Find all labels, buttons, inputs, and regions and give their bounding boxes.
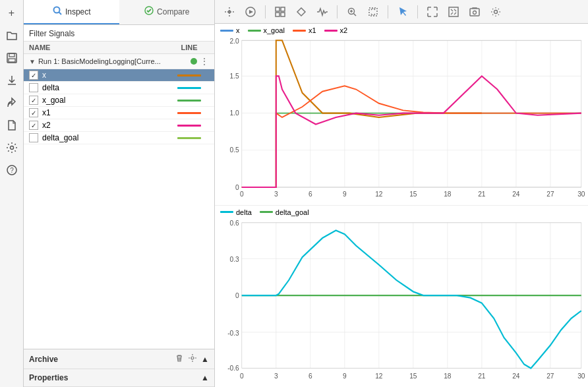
run-menu-icon[interactable]: ⋮ [200,56,209,67]
signal-row-x1[interactable]: x1 [24,107,214,119]
svg-rect-21 [449,7,458,16]
charts-area: x x_goal x1 x2 [215,24,588,387]
panel-tabs: Inspect Compare [24,0,214,25]
svg-text:9: 9 [343,191,347,198]
bottom-chart-svg[interactable]: 0.6 0.3 0 -0.3 -0.6 0 3 6 9 12 15 18 21 … [215,219,588,388]
archive-expand-icon[interactable]: ▲ [201,355,209,364]
legend-x: x [220,26,240,34]
properties-section[interactable]: Properties ▲ [24,369,214,387]
svg-text:0: 0 [235,184,239,191]
help-button[interactable]: ? [1,160,22,181]
svg-text:0: 0 [240,371,244,379]
svg-point-3 [10,146,13,150]
svg-rect-2 [9,59,15,62]
svg-text:-0.6: -0.6 [227,363,239,372]
download-button[interactable] [1,70,22,91]
top-chart-svg[interactable]: 0 0.5 1.0 1.5 2.0 0 3 6 9 12 15 18 21 24… [215,37,588,205]
diamond-button[interactable] [292,3,310,21]
tab-inspect-label: Inspect [65,7,91,16]
toolbar-sep-3 [388,5,388,18]
zoom-button[interactable] [343,3,361,21]
pan-tool-button[interactable] [220,3,239,21]
archive-delete-icon[interactable] [175,353,184,365]
archive-actions: ▲ [175,353,209,365]
grid-button[interactable] [271,3,289,21]
zoom-fit-button[interactable] [364,3,382,21]
svg-text:27: 27 [546,191,554,198]
legend-x-label: x [236,26,240,34]
signal-row-deltagoal[interactable]: delta_goal [24,132,214,144]
svg-text:12: 12 [375,191,383,198]
share-button[interactable] [1,92,22,113]
svg-text:21: 21 [478,191,486,198]
checkbox-x1[interactable] [29,108,38,117]
signal-row-delta[interactable]: delta [24,82,214,94]
cursor-button[interactable] [394,3,412,21]
checkbox-deltagoal[interactable] [29,133,38,142]
signal-name-x: x [42,71,165,80]
checkbox-xgoal[interactable] [29,96,38,105]
options-button[interactable] [486,3,505,21]
signal-line-x1 [169,112,209,114]
bottom-chart-legend: delta delta_goal [215,206,588,219]
signal-row-xgoal[interactable]: x_goal [24,94,214,107]
toolbar-sep-2 [337,5,338,18]
svg-text:3: 3 [274,371,278,379]
top-chart-container: x x_goal x1 x2 [215,24,588,206]
expand-button[interactable] [423,3,442,21]
fit-window-button[interactable] [444,3,463,21]
tab-compare[interactable]: Compare [119,0,215,24]
play-button[interactable] [241,3,260,21]
screenshot-button[interactable] [465,3,484,21]
legend-deltagoal: delta_goal [260,208,309,216]
legend-xgoal-line [248,30,261,32]
svg-point-23 [473,11,477,14]
tab-compare-label: Compare [157,7,189,16]
signal-name-xgoal: x_goal [42,96,165,105]
filter-signals-label: Filter Signals [24,25,214,42]
bottom-chart-container: delta delta_goal [215,206,588,388]
svg-text:0.6: 0.6 [230,219,239,227]
legend-x1-line [293,30,306,32]
save-button[interactable] [1,47,22,69]
archive-section[interactable]: Archive ▲ [24,349,214,369]
svg-text:21: 21 [478,371,485,379]
settings-button[interactable] [1,137,22,158]
toolbar-sep-4 [417,5,418,18]
signal-row-x[interactable]: x [24,69,214,82]
signal-button[interactable] [313,3,332,21]
svg-text:1.0: 1.0 [230,109,239,117]
signal-row-x2[interactable]: x2 [24,119,214,132]
legend-delta-line [220,211,233,213]
svg-text:?: ? [10,167,14,174]
sidebar-icons: + ? [0,0,24,387]
svg-text:24: 24 [512,371,519,379]
legend-x2: x2 [324,26,348,34]
checkbox-x[interactable] [29,71,38,80]
run-expand-icon[interactable]: ▼ [29,58,36,65]
svg-text:0: 0 [240,191,244,198]
legend-xgoal: x_goal [248,26,285,34]
svg-text:30: 30 [577,371,585,379]
svg-line-17 [354,13,357,16]
signal-rows: x delta x_goal x1 [24,69,214,349]
checkbox-delta[interactable] [29,83,38,92]
signal-line-delta [169,87,209,89]
folder-button[interactable] [1,25,22,46]
checkbox-x2[interactable] [29,121,38,130]
run-row[interactable]: ▼ Run 1: BasicModelingLogging[Curre... ⋮ [24,54,214,69]
svg-text:18: 18 [444,371,451,379]
legend-x-line [220,30,233,32]
svg-rect-14 [276,13,279,16]
properties-expand-icon[interactable]: ▲ [201,373,209,382]
tab-inspect[interactable]: Inspect [24,0,119,24]
svg-text:1.5: 1.5 [230,72,239,79]
archive-settings-icon[interactable] [188,353,197,365]
svg-text:18: 18 [444,191,452,198]
svg-text:2.0: 2.0 [230,37,239,44]
document-button[interactable] [1,115,22,136]
svg-rect-13 [281,7,285,11]
add-button[interactable]: + [1,3,22,24]
svg-text:24: 24 [512,191,520,198]
svg-point-24 [494,10,498,13]
